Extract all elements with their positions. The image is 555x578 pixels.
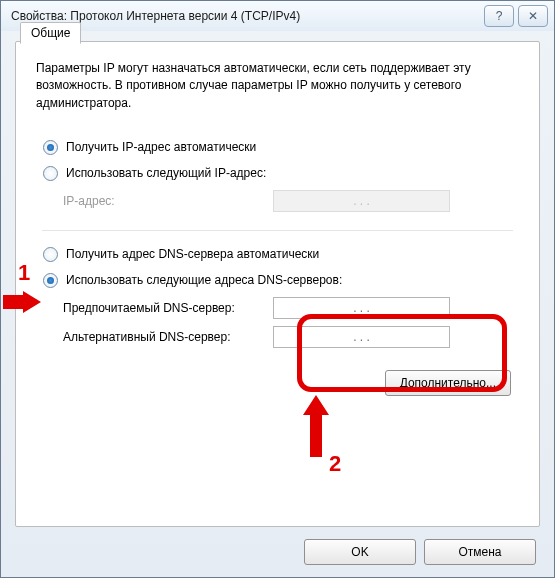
advanced-button[interactable]: Дополнительно... bbox=[385, 370, 511, 396]
button-label: OK bbox=[351, 545, 368, 559]
button-label: Дополнительно... bbox=[400, 376, 496, 390]
field-label: Альтернативный DNS-сервер: bbox=[63, 330, 273, 344]
field-dns-alt: Альтернативный DNS-сервер: . . . bbox=[63, 324, 518, 350]
cancel-button[interactable]: Отмена bbox=[424, 539, 536, 565]
radio-dns-manual[interactable]: Использовать следующие адреса DNS-сервер… bbox=[43, 268, 518, 292]
field-label: IP-адрес: bbox=[63, 194, 273, 208]
radio-ip-auto[interactable]: Получить IP-адрес автоматически bbox=[43, 135, 518, 159]
window-title: Cвойства: Протокол Интернета версии 4 (T… bbox=[11, 9, 480, 23]
dialog-body: Общие Параметры IP могут назначаться авт… bbox=[15, 41, 540, 527]
tab-content: Параметры IP могут назначаться автоматич… bbox=[16, 42, 539, 408]
radio-icon bbox=[43, 247, 58, 262]
button-label: Отмена bbox=[458, 545, 501, 559]
description-text: Параметры IP могут назначаться автоматич… bbox=[36, 60, 519, 112]
help-button[interactable]: ? bbox=[484, 5, 514, 27]
field-dns-preferred: Предпочитаемый DNS-сервер: . . . bbox=[63, 295, 518, 321]
dns-alt-input[interactable]: . . . bbox=[273, 326, 450, 348]
radio-icon bbox=[43, 273, 58, 288]
dns-group: Получить адрес DNS-сервера автоматически… bbox=[36, 237, 519, 360]
radio-label: Получить IP-адрес автоматически bbox=[66, 140, 256, 154]
ip-input: . . . bbox=[273, 190, 450, 212]
dialog-window: Cвойства: Протокол Интернета версии 4 (T… bbox=[0, 0, 555, 578]
ok-button[interactable]: OK bbox=[304, 539, 416, 565]
advanced-row: Дополнительно... bbox=[36, 370, 511, 396]
radio-ip-manual[interactable]: Использовать следующий IP-адрес: bbox=[43, 161, 518, 185]
titlebar: Cвойства: Протокол Интернета версии 4 (T… bbox=[1, 1, 554, 31]
tab-label: Общие bbox=[31, 26, 70, 40]
radio-label: Использовать следующий IP-адрес: bbox=[66, 166, 266, 180]
tab-general[interactable]: Общие bbox=[20, 22, 81, 44]
radio-icon bbox=[43, 140, 58, 155]
radio-icon bbox=[43, 166, 58, 181]
field-ip-address: IP-адрес: . . . bbox=[63, 188, 518, 214]
radio-label: Использовать следующие адреса DNS-сервер… bbox=[66, 273, 342, 287]
radio-label: Получить адрес DNS-сервера автоматически bbox=[66, 247, 319, 261]
separator bbox=[42, 230, 513, 231]
dialog-footer: OK Отмена bbox=[304, 539, 536, 565]
radio-dns-auto[interactable]: Получить адрес DNS-сервера автоматически bbox=[43, 242, 518, 266]
close-button[interactable]: ✕ bbox=[518, 5, 548, 27]
dns-preferred-input[interactable]: . . . bbox=[273, 297, 450, 319]
ip-group: Получить IP-адрес автоматически Использо… bbox=[36, 130, 519, 224]
field-label: Предпочитаемый DNS-сервер: bbox=[63, 301, 273, 315]
